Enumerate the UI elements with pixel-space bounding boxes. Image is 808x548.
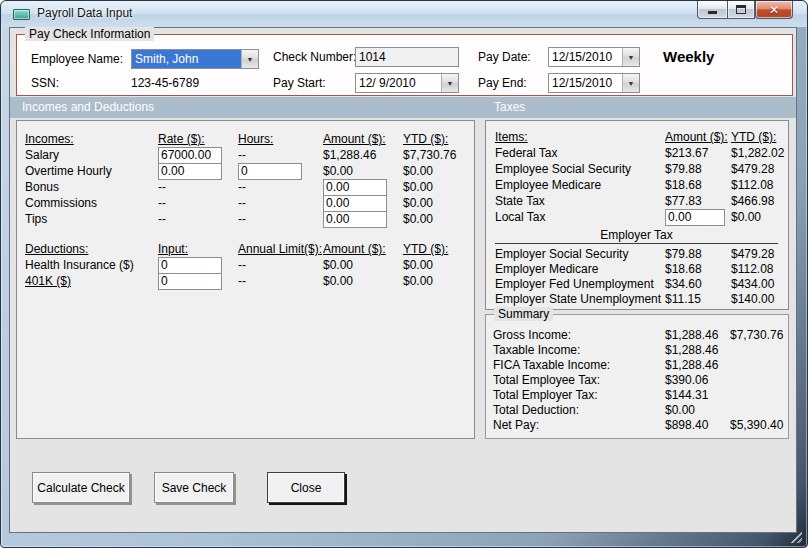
tax-label: Employer State Unemployment	[495, 292, 665, 306]
incomes-deductions-header: Incomes and Deductions	[22, 100, 154, 114]
pay-start-value: 12/ 9/2010	[356, 74, 441, 92]
summary-label: Gross Income:	[493, 328, 665, 342]
taxes-panel: Items: Amount ($): YTD ($): Federal Tax …	[485, 120, 789, 310]
tax-ytd: $140.00	[731, 292, 788, 306]
income-label: Bonus	[25, 180, 158, 194]
calculate-check-button[interactable]: Calculate Check	[32, 472, 130, 503]
summary-label: Total Employer Tax:	[493, 388, 665, 402]
income-rate: --	[158, 196, 238, 210]
amount-col-header: Amount ($):	[665, 130, 731, 144]
summary-label: FICA Taxable Income:	[493, 358, 665, 372]
chevron-down-icon[interactable]: ▼	[622, 48, 639, 66]
deduction-amount: $0.00	[323, 274, 403, 288]
incomes-table: Incomes: Rate ($): Hours: Amount ($): YT…	[25, 131, 474, 227]
income-label: Tips	[25, 212, 158, 226]
ytd-col-header: YTD ($):	[403, 242, 474, 256]
pay-end-picker[interactable]: 12/15/2010 ▼	[548, 73, 640, 93]
deduction-amount: $0.00	[323, 258, 403, 272]
employee-taxes-table: Items: Amount ($): YTD ($): Federal Tax …	[495, 129, 788, 225]
chevron-down-icon[interactable]: ▼	[241, 50, 258, 68]
summary-label: Taxable Income:	[493, 343, 665, 357]
rate-col-header: Rate ($):	[158, 132, 238, 146]
minimize-button[interactable]	[697, 1, 727, 19]
pay-start-picker[interactable]: 12/ 9/2010 ▼	[355, 73, 459, 93]
tax-label: Employee Social Security	[495, 162, 665, 176]
income-ytd: $0.00	[403, 164, 474, 178]
section-header-strip: Incomes and Deductions Taxes	[10, 97, 796, 118]
taxes-header: Taxes	[494, 100, 525, 114]
chevron-down-icon[interactable]: ▼	[441, 74, 458, 92]
deduction-limit: --	[238, 258, 323, 272]
employee-name-value: Smith, John	[132, 50, 241, 68]
check-number-value: 1014	[359, 50, 386, 64]
app-icon	[13, 9, 30, 20]
title-bar[interactable]: Payroll Data Input ✕	[1, 1, 807, 27]
summary-label: Net Pay:	[493, 418, 665, 432]
input-col-header: Input:	[158, 242, 238, 256]
summary-ytd: $7,730.76	[730, 328, 788, 342]
overtime-rate-input[interactable]	[158, 163, 222, 180]
close-check-button[interactable]: Close	[267, 472, 345, 503]
summary-group-label: Summary	[494, 307, 553, 321]
health-insurance-input[interactable]	[158, 257, 222, 274]
summary-amount: $1,288.46	[665, 343, 730, 357]
income-label: Salary	[25, 148, 158, 162]
income-label: Commissions	[25, 196, 158, 210]
401k-link[interactable]: 401K ($)	[25, 274, 158, 288]
employer-taxes-table: Employer Social Security $79.88 $479.28 …	[495, 246, 788, 306]
income-label: Overtime Hourly	[25, 164, 158, 178]
tax-label: Local Tax	[495, 210, 665, 224]
income-amount: $1,288.46	[323, 148, 403, 162]
payroll-window: Payroll Data Input ✕ Pay Check Informati…	[0, 0, 808, 548]
salary-rate-input[interactable]	[158, 147, 222, 164]
income-ytd: $0.00	[403, 180, 474, 194]
maximize-button[interactable]	[727, 1, 755, 19]
ssn-label: SSN:	[31, 73, 59, 93]
employer-tax-subheader: Employer Tax	[495, 228, 778, 244]
income-hours: --	[238, 180, 323, 194]
tax-label: Employer Social Security	[495, 247, 665, 261]
paycheck-group-label: Pay Check Information	[25, 27, 154, 41]
local-tax-input[interactable]	[665, 209, 725, 226]
employee-name-label: Employee Name:	[31, 49, 123, 69]
ssn-value: 123-45-6789	[131, 73, 199, 93]
check-number-field[interactable]: 1014	[355, 47, 459, 67]
summary-amount: $898.40	[665, 418, 730, 432]
pay-date-value: 12/15/2010	[549, 48, 622, 66]
pay-date-picker[interactable]: 12/15/2010 ▼	[548, 47, 640, 67]
summary-amount: $0.00	[665, 403, 730, 417]
paycheck-info-group: Pay Check Information Employee Name: Smi…	[16, 34, 793, 96]
deduction-ytd: $0.00	[403, 274, 474, 288]
overtime-hours-input[interactable]	[238, 163, 302, 180]
chevron-down-icon[interactable]: ▼	[622, 74, 639, 92]
summary-ytd: $5,390.40	[730, 418, 788, 432]
employee-name-select[interactable]: Smith, John ▼	[131, 49, 259, 69]
tax-label: Employer Fed Unemployment	[495, 277, 665, 291]
amount-col-header: Amount ($):	[323, 242, 403, 256]
minimize-icon	[708, 11, 717, 14]
summary-amount: $144.31	[665, 388, 730, 402]
ytd-col-header: YTD ($):	[403, 132, 474, 146]
save-check-button[interactable]: Save Check	[154, 472, 234, 503]
summary-amount: $1,288.46	[665, 358, 730, 372]
close-button[interactable]: ✕	[755, 1, 793, 19]
pay-end-value: 12/15/2010	[549, 74, 622, 92]
deduction-ytd: $0.00	[403, 258, 474, 272]
income-ytd: $7,730.76	[403, 148, 474, 162]
tax-ytd: $434.00	[731, 277, 788, 291]
pay-end-label: Pay End:	[478, 73, 527, 93]
commissions-amount-input[interactable]	[323, 195, 387, 212]
close-icon: ✕	[769, 3, 779, 17]
bonus-amount-input[interactable]	[323, 179, 387, 196]
tax-amount: $34.60	[665, 277, 731, 291]
income-hours: --	[238, 212, 323, 226]
tax-amount: $79.88	[665, 162, 731, 176]
401k-input[interactable]	[158, 273, 222, 290]
tax-amount: $213.67	[665, 146, 731, 160]
tips-amount-input[interactable]	[323, 211, 387, 228]
pay-date-label: Pay Date:	[478, 47, 531, 67]
pay-frequency-label: Weekly	[663, 47, 714, 67]
incomes-col-header: Incomes:	[25, 132, 158, 146]
tax-amount: $79.88	[665, 247, 731, 261]
deductions-col-header: Deductions:	[25, 242, 158, 256]
